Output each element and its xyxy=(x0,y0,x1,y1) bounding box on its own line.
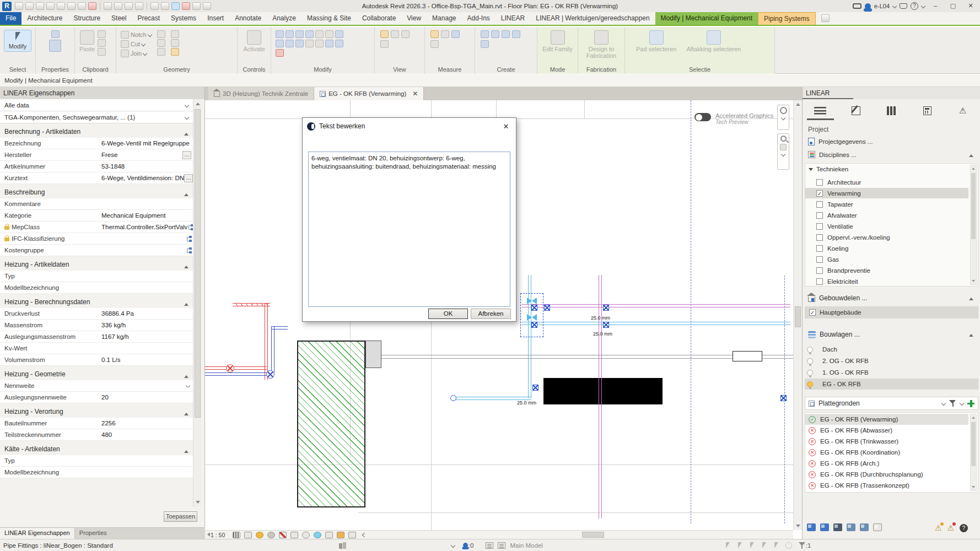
wall-line[interactable] xyxy=(762,358,793,359)
demolish-icon[interactable] xyxy=(171,48,179,56)
zoom-toolbar[interactable] xyxy=(777,133,789,170)
dimension-icon[interactable] xyxy=(451,30,460,38)
panel-view-label[interactable]: View xyxy=(375,66,424,73)
collapse-icon[interactable] xyxy=(969,334,973,337)
discipline-brandpreventie[interactable]: Brandpreventie xyxy=(805,265,968,276)
disciplines-item[interactable]: Disciplines ... xyxy=(808,151,857,158)
discipline-architectuur[interactable]: Architectuur xyxy=(805,177,968,187)
section-header[interactable]: Heizung - Verortung xyxy=(0,403,193,418)
type-selector-dropdown[interactable]: TGA-Komponenten, Sechswegearmatur, ... (… xyxy=(0,111,193,123)
ok-button[interactable]: OK xyxy=(428,309,468,319)
connector-handle[interactable] xyxy=(531,322,537,328)
bouwlagen-header[interactable]: Bouwlagen ... xyxy=(808,331,860,338)
section-header[interactable]: Heizung - Geometrie xyxy=(0,366,193,380)
dialog-title-bar[interactable]: Tekst bewerken xyxy=(303,118,516,134)
create-group-icon[interactable] xyxy=(481,30,489,38)
prop-value[interactable]: 0.1 L/s xyxy=(98,356,193,363)
tab-linear[interactable]: LINEAR xyxy=(496,12,530,25)
edit-linked-icon[interactable] xyxy=(737,542,744,549)
warnings-badge-icon[interactable] xyxy=(935,523,942,532)
filter-dropdown-icon[interactable] xyxy=(960,401,964,406)
account-dropdown-icon[interactable] xyxy=(892,4,897,8)
apply-button[interactable]: Toepassen xyxy=(164,511,197,522)
prop-value[interactable]: 20 xyxy=(98,394,193,401)
linework-icon[interactable] xyxy=(401,30,410,38)
accelerated-graphics-toggle[interactable] xyxy=(694,113,711,121)
discipline-koeling[interactable]: Koeling xyxy=(805,243,968,253)
connector-handle[interactable] xyxy=(532,385,539,391)
plattegronden-bar[interactable]: Plattegronden xyxy=(805,397,978,410)
select-underlay-icon[interactable] xyxy=(749,542,756,549)
dimension-label[interactable]: 25.0 mm xyxy=(591,315,610,321)
override-graphics-icon[interactable] xyxy=(380,30,389,38)
properties-palette-icon[interactable] xyxy=(49,40,61,52)
hscrollbar-thumb[interactable] xyxy=(582,532,604,538)
wall-line[interactable] xyxy=(381,355,733,355)
view-tab-3d-technik-zentrale[interactable]: 3D (Heizung) Technik Zentrale xyxy=(208,87,314,100)
tab-massing-site[interactable]: Massing & Site xyxy=(301,12,357,25)
displaced-elements-icon[interactable] xyxy=(337,532,344,538)
new-file-icon[interactable] xyxy=(15,2,23,10)
create-parts-icon[interactable] xyxy=(512,30,520,38)
browse-button[interactable] xyxy=(182,151,191,159)
level-2og[interactable]: 2. OG - OK RFB xyxy=(807,355,978,366)
wall-joins-icon[interactable] xyxy=(171,30,179,38)
scroll-up-icon[interactable] xyxy=(796,103,800,106)
tab-precast[interactable]: Precast xyxy=(132,12,165,25)
valve-bowtie-symbol[interactable] xyxy=(527,314,537,321)
open-icon[interactable] xyxy=(25,2,34,10)
move-icon[interactable] xyxy=(335,30,343,38)
undo-icon[interactable] xyxy=(57,2,65,10)
print-icon[interactable] xyxy=(78,2,86,10)
tab-analyze[interactable]: Analyze xyxy=(267,12,301,25)
view-trinkwasser[interactable]: EG - OK RFB (Trinkwasser) xyxy=(805,436,968,447)
split-face-icon[interactable] xyxy=(157,39,165,47)
aftakking-selecteren-button[interactable]: Aftakking selecteren xyxy=(686,30,741,52)
select-run-icon[interactable] xyxy=(833,523,842,531)
pipe-red-horizontal[interactable] xyxy=(205,366,267,370)
discipline-verwarming[interactable]: Verwarming xyxy=(805,188,968,198)
properties-icon[interactable] xyxy=(51,30,60,38)
reveal-constraints-icon[interactable] xyxy=(348,532,356,538)
shaft-hatched-region[interactable] xyxy=(297,341,365,507)
connector-handle[interactable] xyxy=(780,395,787,401)
chevron-down-icon[interactable] xyxy=(781,116,785,120)
pipe-cyan-drop[interactable] xyxy=(528,331,531,398)
scrollbar-thumb[interactable] xyxy=(971,422,976,466)
cut-icon[interactable] xyxy=(121,40,129,48)
panel-modify-label[interactable]: Modify xyxy=(271,66,374,73)
account-icon[interactable] xyxy=(865,3,871,9)
trim-extend-icon[interactable] xyxy=(295,40,304,47)
errors-badge-icon[interactable] xyxy=(947,523,955,532)
tab-edit[interactable] xyxy=(838,101,874,120)
crop-view-icon[interactable] xyxy=(279,532,287,538)
pan-icon[interactable] xyxy=(780,144,787,150)
panel-fabrication-label[interactable]: Fabrication xyxy=(578,66,624,73)
customize-qat-icon[interactable] xyxy=(203,2,211,10)
notch-dropdown-icon[interactable] xyxy=(148,32,152,36)
prop-value[interactable]: 6-Wege, Ventildimension: DN xyxy=(98,174,193,182)
refresh-icon[interactable] xyxy=(873,523,882,531)
select-branch-icon[interactable] xyxy=(820,523,829,531)
collapse-icon[interactable] xyxy=(969,298,973,300)
paint-icon[interactable] xyxy=(157,48,165,56)
detail-level-icon[interactable] xyxy=(233,532,240,538)
mirror-draw-axis-icon[interactable] xyxy=(305,30,314,38)
scroll-up-icon[interactable] xyxy=(972,417,975,419)
collapse-icon[interactable] xyxy=(969,154,973,157)
steering-wheel-icon[interactable] xyxy=(780,107,787,114)
connector-handle[interactable] xyxy=(544,305,550,311)
cut-dropdown-icon[interactable] xyxy=(141,41,146,46)
tab-annotate[interactable]: Annotate xyxy=(229,12,267,25)
scroll-down-icon[interactable] xyxy=(972,486,975,488)
notch-label[interactable]: Notch xyxy=(131,31,147,38)
view-abwasser[interactable]: EG - OK RFB (Abwasser) xyxy=(805,425,968,436)
wall-segment[interactable] xyxy=(365,341,381,368)
match-properties-icon[interactable] xyxy=(98,48,106,56)
panel-select-label[interactable]: Select xyxy=(0,66,35,73)
prop-value[interactable] xyxy=(98,247,193,253)
pipe-cyan-horizontal[interactable] xyxy=(522,322,790,325)
discipline-afvalwater[interactable]: Afvalwater xyxy=(805,210,968,220)
tab-modify-mechanical-equipment[interactable]: Modify | Mechanical Equipment xyxy=(655,12,758,25)
section-header[interactable]: Beschreibung xyxy=(0,184,193,198)
